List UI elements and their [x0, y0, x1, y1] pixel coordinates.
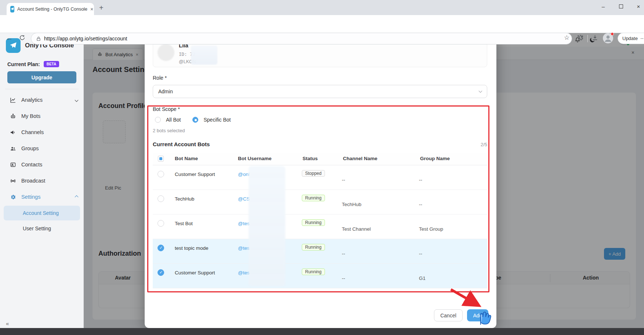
- group-name: --: [414, 239, 487, 263]
- group-name: --: [414, 165, 487, 190]
- sidebar-item-label: My Bots: [21, 113, 78, 119]
- table-row[interactable]: Customer Support @tes Running -- G1: [153, 264, 487, 288]
- add-user-modal: Lila ID: 72 @LKON Role * Admin Bot Scope…: [145, 33, 496, 328]
- row-checkbox[interactable]: [158, 171, 164, 177]
- column-group-name: Group Name: [414, 153, 487, 165]
- bots-table: Bot Name Bot Username Status Channel Nam…: [153, 153, 487, 288]
- extensions-puzzle-icon[interactable]: [577, 35, 583, 41]
- sidebar-item-channels[interactable]: Channels: [0, 124, 84, 140]
- bot-scope-label: Bot Scope *: [153, 106, 180, 112]
- sidebar-item-label: Analytics: [21, 97, 70, 103]
- toolbar-separator: [587, 35, 588, 42]
- bots-selected-summary: 2 bots selected: [153, 128, 185, 133]
- specific-bot-label[interactable]: Specific Bot: [203, 117, 231, 123]
- browser-tab[interactable]: Account Setting - OnlyTG Console ×: [7, 3, 94, 15]
- sidebar-item-label: Channels: [21, 129, 78, 135]
- bot-name: TechHub: [169, 190, 232, 214]
- back-icon[interactable]: ←: [6, 34, 13, 42]
- window-maximize-button[interactable]: [613, 0, 629, 12]
- status-badge: Running: [302, 269, 325, 275]
- add-button[interactable]: Add: [467, 309, 488, 321]
- tab-close-icon[interactable]: ×: [90, 6, 93, 12]
- reload-icon[interactable]: [19, 35, 25, 41]
- robot-icon: [10, 113, 16, 119]
- all-bot-radio[interactable]: [155, 117, 161, 123]
- sidebar-item-account-setting[interactable]: Account Setting: [4, 206, 80, 220]
- analytics-chart-icon: [10, 97, 16, 103]
- channel-name: Test Channel: [337, 215, 414, 239]
- channel-name: --: [337, 239, 414, 263]
- table-row[interactable]: test topic mode @tes Running -- --: [153, 239, 487, 264]
- window-minimize-button[interactable]: –: [596, 0, 611, 12]
- bot-scope-radio-group: All Bot Specific Bot: [155, 117, 237, 123]
- contact-card-icon: [10, 162, 16, 168]
- sidebar-item-analytics[interactable]: Analytics: [0, 92, 84, 108]
- downloads-icon[interactable]: [592, 35, 598, 41]
- browser-profile-avatar[interactable]: [603, 33, 613, 43]
- window-close-button[interactable]: ×: [631, 0, 644, 12]
- more-options-icon: ⋯: [640, 36, 644, 41]
- table-row[interactable]: TechHub @CS Running TechHub --: [153, 190, 487, 215]
- selection-counter: 2/5: [465, 142, 487, 147]
- sidebar-item-label: Groups: [21, 145, 78, 151]
- bots-table-header: Bot Name Bot Username Status Channel Nam…: [153, 153, 487, 165]
- new-tab-button[interactable]: +: [99, 4, 104, 12]
- table-row[interactable]: Test Bot @tes Running Test Channel Test …: [153, 215, 487, 239]
- row-checkbox[interactable]: [158, 220, 164, 227]
- row-checkbox[interactable]: [158, 269, 164, 276]
- channel-name: --: [337, 165, 414, 190]
- sidebar-item-my-bots[interactable]: My Bots: [0, 108, 84, 124]
- table-row[interactable]: Customer Support @onl Stopped -- --: [153, 165, 487, 190]
- select-all-checkbox-indeterminate[interactable]: [158, 156, 164, 162]
- row-checkbox[interactable]: [158, 245, 164, 251]
- status-badge: Running: [302, 244, 325, 251]
- bottom-edge-bar: [0, 328, 644, 335]
- role-value: Admin: [158, 89, 173, 94]
- sidebar-item-contacts[interactable]: Contacts: [0, 156, 84, 173]
- browser-tab-strip: Account Setting - OnlyTG Console × + – ×: [0, 0, 644, 15]
- sidebar: OnlyTG Console Current Plan: BETA Upgrad…: [0, 33, 84, 328]
- bot-name: Test Bot: [169, 215, 232, 239]
- sidebar-divider: [5, 89, 79, 89]
- megaphone-icon: [10, 129, 16, 136]
- row-checkbox[interactable]: [158, 195, 164, 202]
- role-label: Role *: [153, 75, 167, 81]
- plan-label: Current Plan:: [7, 61, 40, 67]
- bot-name: Customer Support: [169, 165, 232, 190]
- bot-name: Customer Support: [169, 264, 232, 288]
- browser-tab-title: Account Setting - OnlyTG Console: [17, 7, 87, 12]
- redacted-usernames-blur: [249, 166, 285, 286]
- column-channel-name: Channel Name: [337, 153, 414, 165]
- browser-toolbar: ← https://app.onlytg.io/settings/account…: [0, 15, 644, 33]
- cancel-button[interactable]: Cancel: [434, 309, 463, 321]
- beta-badge: BETA: [44, 61, 59, 67]
- sidebar-item-groups[interactable]: Groups: [0, 140, 84, 156]
- bot-name: test topic mode: [169, 239, 232, 263]
- redacted-user-info: [191, 46, 217, 65]
- update-label: Update: [622, 36, 638, 41]
- address-bar[interactable]: https://app.onlytg.io/settings/account: [31, 33, 572, 44]
- all-bot-label[interactable]: All Bot: [166, 117, 181, 123]
- modal-footer: Cancel Add: [145, 309, 496, 321]
- sidebar-item-settings[interactable]: Settings: [0, 189, 84, 205]
- favorites-star-icon[interactable]: ☆: [564, 34, 569, 42]
- upgrade-button[interactable]: Upgrade: [7, 71, 76, 83]
- sidebar-item-label: Contacts: [21, 162, 78, 168]
- role-select[interactable]: Admin: [153, 85, 487, 98]
- sidebar-item-label: Broadcast: [21, 178, 78, 184]
- gear-icon: [10, 194, 16, 200]
- sidebar-item-broadcast[interactable]: Broadcast: [0, 173, 84, 189]
- column-bot-username: Bot Username: [232, 153, 297, 165]
- profile-notification-dot: [611, 32, 614, 36]
- lock-icon: [36, 36, 41, 41]
- sidebar-item-label: Settings: [21, 194, 70, 200]
- sidebar-collapse-button[interactable]: «: [6, 320, 9, 327]
- bots-table-title: Current Account Bots: [153, 141, 210, 147]
- specific-bot-radio[interactable]: [192, 117, 198, 123]
- sidebar-item-user-setting[interactable]: User Setting: [4, 221, 80, 236]
- browser-update-button[interactable]: Update ⋯: [618, 33, 644, 44]
- group-name: --: [414, 190, 487, 214]
- column-status: Status: [297, 153, 337, 165]
- site-favicon-plane-icon: [10, 6, 14, 12]
- group-name: Test Group: [414, 215, 487, 239]
